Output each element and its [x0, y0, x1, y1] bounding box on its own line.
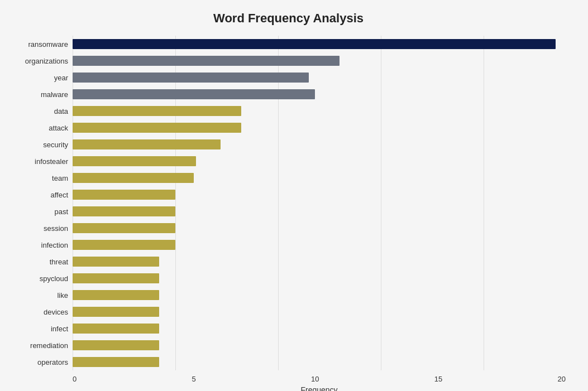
bar-row: [73, 272, 566, 284]
bar: [73, 206, 175, 216]
y-axis-label: devices: [44, 308, 68, 316]
bar-row: [73, 38, 566, 50]
bar-row: [73, 189, 566, 201]
y-axis-label: organizations: [25, 57, 68, 65]
bar-row: [73, 138, 566, 151]
y-axis-label: spycloud: [40, 275, 68, 282]
bar-row: [73, 356, 566, 368]
y-axis-labels: ransomwareorganizationsyearmalwaredataat…: [11, 36, 73, 370]
bar: [73, 340, 159, 350]
bar-row: [73, 172, 566, 184]
bar-row: [73, 322, 566, 335]
bar-row: [73, 71, 566, 84]
bar: [73, 240, 175, 250]
y-axis-label: threat: [50, 258, 68, 266]
bar: [73, 324, 159, 334]
bar-row: [73, 339, 566, 351]
bar-row: [73, 105, 566, 117]
bar: [73, 39, 556, 49]
y-axis-label: ransomware: [28, 41, 68, 48]
bar: [73, 190, 175, 200]
bar-row: [73, 255, 566, 268]
y-axis-label: infostealer: [35, 158, 68, 165]
bar-row: [73, 88, 566, 100]
x-tick-label: 15: [434, 375, 442, 383]
bar: [73, 106, 241, 116]
x-axis: 05101520: [73, 370, 566, 383]
x-tick-label: 10: [311, 375, 319, 383]
y-axis-label: session: [44, 225, 68, 232]
y-axis-label: infection: [41, 242, 68, 249]
y-axis-label: security: [43, 141, 68, 148]
y-axis-label: data: [54, 108, 68, 115]
bar-row: [73, 222, 566, 234]
bar-row: [73, 239, 566, 251]
bar: [73, 223, 175, 233]
y-axis-label: past: [54, 208, 68, 215]
bar: [73, 173, 194, 183]
bar-row: [73, 306, 566, 318]
bar: [73, 273, 159, 283]
chart-container: Word Frequency Analysis ransomwareorgani…: [0, 0, 588, 391]
bars-and-grid: [73, 36, 566, 370]
y-axis-label: like: [57, 292, 68, 299]
x-tick-label: 0: [73, 375, 77, 383]
x-tick-label: 5: [192, 375, 196, 383]
bars-wrapper: [73, 36, 566, 370]
bar: [73, 123, 241, 133]
chart-area: ransomwareorganizationsyearmalwaredataat…: [11, 36, 566, 370]
y-axis-label: year: [54, 74, 68, 81]
y-axis-label: operators: [37, 359, 68, 366]
y-axis-label: infect: [51, 325, 68, 332]
bar: [73, 357, 159, 367]
y-axis-label: attack: [49, 124, 68, 132]
y-axis-label: remediation: [30, 342, 68, 349]
bar-row: [73, 205, 566, 218]
bar: [73, 139, 221, 149]
chart-title: Word Frequency Analysis: [11, 11, 566, 26]
bar: [73, 73, 309, 83]
y-axis-label: team: [52, 175, 68, 182]
bar: [73, 89, 315, 99]
bar: [73, 290, 159, 300]
bar: [73, 307, 159, 317]
bar: [73, 257, 159, 267]
bar: [73, 56, 340, 66]
bar-row: [73, 55, 566, 67]
x-tick-label: 20: [558, 375, 566, 383]
bar-row: [73, 122, 566, 134]
bar-row: [73, 155, 566, 167]
x-axis-title: Frequency: [73, 385, 566, 391]
bar-row: [73, 289, 566, 301]
bar: [73, 156, 196, 166]
y-axis-label: affect: [50, 191, 68, 199]
y-axis-label: malware: [41, 91, 68, 98]
